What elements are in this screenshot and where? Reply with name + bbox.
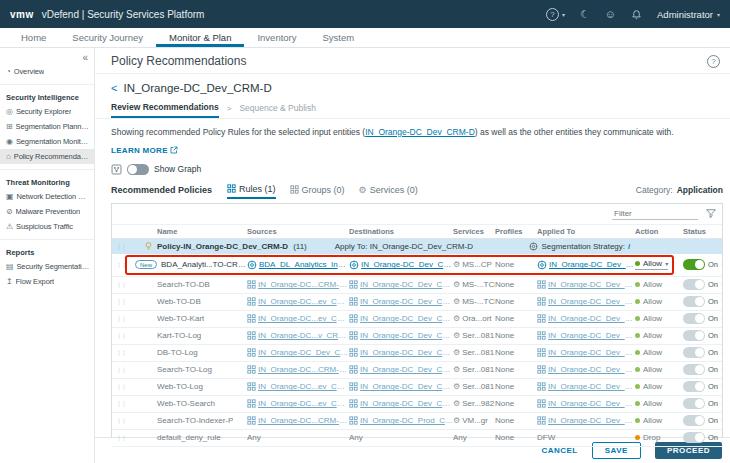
applied-to-link[interactable]: IN_Orange-DC_Dev_CRM-D [548,365,635,374]
source-link[interactable]: IN_Orange-DC...CRM-D_Search [258,416,349,425]
table-row[interactable]: ⋮⋮Kart-TO-LogIN_Orange-DC...v_CRM-D_Kart… [112,328,722,345]
row-settings-gear-icon[interactable]: ⚙ [721,348,722,357]
nav-item-home[interactable]: Home [8,28,59,47]
feedback-smiley-icon[interactable]: ☺ [605,9,616,20]
sidebar-item-security-explorer[interactable]: ◎Security Explorer [0,104,94,119]
user-menu[interactable]: Administrator ▾ [657,9,720,20]
step-sequence-publish[interactable]: Sequence & Publish [239,103,316,117]
status-toggle[interactable] [683,279,705,290]
destination-link[interactable]: IN_Orange-DC_Dev_CRM-D_DB [360,297,453,306]
drag-handle-icon[interactable]: ⋮⋮ [112,417,130,424]
drag-handle-icon[interactable]: ⋮⋮ [112,349,130,356]
drag-handle-icon[interactable]: ⋮⋮ [112,298,130,305]
row-settings-gear-icon[interactable]: ⚙ [721,433,722,442]
status-toggle[interactable] [683,432,705,443]
source-link[interactable]: IN_Orange-DC...CRM-D_Search [258,365,349,374]
applied-to-link[interactable]: IN_Orange-DC_Dev_CRM-D [548,280,635,289]
drag-handle-icon[interactable]: ⋮⋮ [112,366,130,373]
status-toggle[interactable] [683,313,705,324]
entity-link[interactable]: IN_Orange-DC_Dev_CRM-D [365,127,475,137]
drag-handle-icon[interactable]: ⋮⋮ [112,332,130,339]
tab-groups-0[interactable]: Groups (0) [290,184,345,199]
action-dropdown[interactable]: Allow▾ [635,259,668,270]
filter-input[interactable] [612,208,698,220]
destination-link[interactable]: IN_Orange-DC_Prod_CRM-P_Indexer [360,416,453,425]
status-toggle[interactable] [683,347,705,358]
drag-handle-icon[interactable]: ⋮⋮ [112,281,130,288]
destination-link[interactable]: IN_Orange-DC_Dev_CRM-D_Log [360,348,453,357]
source-link[interactable]: IN_Orange-DC...ev_CRM-D_Web [258,382,349,391]
applied-to-link[interactable]: IN_Orange-DC_Dev_CRM-D [548,348,635,357]
info-icon[interactable]: i [628,243,630,250]
sidebar-item-flow-export[interactable]: ↥Flow Export [0,274,94,289]
status-toggle[interactable] [683,259,705,270]
notifications-bell-icon[interactable] [631,9,642,20]
table-row[interactable]: ⋮⋮Search-TO-Indexer-PIN_Orange-DC...CRM-… [112,413,722,430]
nav-item-inventory[interactable]: Inventory [244,28,309,47]
table-row[interactable]: ⋮⋮Search-TO-LogIN_Orange-DC...CRM-D_Sear… [112,362,722,379]
applied-to-link[interactable]: IN_Orange-DC_Dev_CRM-D [548,382,635,391]
help-menu[interactable]: ? ▾ [546,8,565,21]
row-settings-gear-icon[interactable]: ⚙ [721,280,722,289]
applied-to-link[interactable]: IN_Orange-DC_Dev_CRM-D [548,399,635,408]
source-link[interactable]: BDA_DL_Analytics_Ingestion [259,260,349,269]
sidebar-item-segmentation-monitoring[interactable]: ◉Segmentation Monitoring [0,134,94,149]
destination-link[interactable]: IN_Orange-DC_Dev_CRM-D_DB [361,260,453,269]
destination-link[interactable]: IN_Orange-DC_Dev_CRM-D_Log [360,382,453,391]
destination-link[interactable]: IN_Orange-DC_Dev_CRM-D_Log [360,365,453,374]
applied-to-link[interactable]: IN_Orange-DC_Dev_CRM-D [548,331,635,340]
row-settings-gear-icon[interactable]: ⚙ [721,260,722,269]
source-link[interactable]: IN_Orange-DC...ev_CRM-D_Web [258,314,349,323]
status-toggle[interactable] [683,330,705,341]
learn-more-link[interactable]: LEARN MORE [111,146,178,155]
nav-item-system[interactable]: System [310,28,368,47]
table-row[interactable]: ⋮⋮Web-TO-DBIN_Orange-DC...ev_CRM-D_WebIN… [112,294,722,311]
sidebar-collapse-icon[interactable]: « [82,52,88,63]
page-help-icon[interactable]: ? [707,55,720,68]
step-review-recommendations[interactable]: Review Recommendations [111,102,219,118]
drag-handle-icon[interactable]: ⋮⋮ [112,400,130,407]
drag-handle-icon[interactable]: ⋮⋮ [112,383,130,390]
table-row[interactable]: ⋮⋮default_deny_ruleAnyAnyAnyNoneDFWDropO… [112,430,722,447]
sidebar-item-segmentation-planning[interactable]: ⊞Segmentation Planning [0,119,94,134]
table-row[interactable]: ⋮⋮DB-TO-LogIN_Orange-DC_Dev_CRM-D_DBIN_O… [112,345,722,362]
sidebar-item-overview[interactable]: ◔Overview [0,64,94,79]
category-value[interactable]: Application [677,185,723,195]
sidebar-item-network-detection-res[interactable]: ▣Network Detection & Res... [0,189,94,204]
source-link[interactable]: IN_Orange-DC_Dev_CRM-D_DB [258,348,349,357]
table-row[interactable]: ⋮⋮Web-TO-LogIN_Orange-DC...ev_CRM-D_WebI… [112,379,722,396]
source-link[interactable]: IN_Orange-DC...CRM-D_Search [258,280,349,289]
row-settings-gear-icon[interactable]: ⚙ [721,331,722,340]
source-link[interactable]: IN_Orange-DC...ev_CRM-D_Web [258,297,349,306]
filter-funnel-icon[interactable] [706,209,716,218]
show-graph-toggle[interactable] [127,164,149,175]
status-toggle[interactable] [683,296,705,307]
row-settings-gear-icon[interactable]: ⚙ [721,365,722,374]
applied-to-link[interactable]: IN_Orange-DC_Dev_CRM-D [548,416,635,425]
source-link[interactable]: IN_Orange-DC...v_CRM-D_Kart [258,331,349,340]
back-link[interactable]: < [111,82,117,94]
nav-item-monitor-plan[interactable]: Monitor & Plan [156,28,244,47]
policy-row[interactable]: ⋮⋮ Policy-IN_Orange-DC_Dev_CRM-D (11) Ap… [112,239,722,254]
sidebar-item-malware-prevention[interactable]: ⊘Malware Prevention [0,204,94,219]
row-settings-gear-icon[interactable]: ⚙ [721,297,722,306]
destination-link[interactable]: IN_Orange-DC_Dev_CRM-D_Kart [360,314,453,323]
status-toggle[interactable] [683,381,705,392]
destination-link[interactable]: IN_Orange-DC_Dev_CRM-D_Log [360,331,453,340]
drag-handle-icon[interactable]: ⋮⋮ [112,243,130,250]
table-row[interactable]: ⋮⋮Web-TO-SearchIN_Orange-DC...ev_CRM-D_W… [112,396,722,413]
table-row[interactable]: ⋮⋮Web-TO-KartIN_Orange-DC...ev_CRM-D_Web… [112,311,722,328]
sidebar-item-suspicious-traffic[interactable]: ⚠Suspicious Traffic [0,219,94,234]
table-row[interactable]: ⋮⋮Search-TO-DBIN_Orange-DC...CRM-D_Searc… [112,277,722,294]
status-toggle[interactable] [683,398,705,409]
destination-link[interactable]: IN_Orange-DC_Dev_CRM-D_Search [360,399,453,408]
tab-rules-1[interactable]: Rules (1) [227,184,276,199]
row-settings-gear-icon[interactable]: ⚙ [721,382,722,391]
drag-handle-icon[interactable]: ⋮⋮ [112,434,130,441]
row-settings-gear-icon[interactable]: ⚙ [721,399,722,408]
sidebar-item-security-segmentation-r[interactable]: ▤Security Segmentation R... [0,259,94,274]
tab-services-0[interactable]: ⚙Services (0) [359,184,418,199]
applied-to-link[interactable]: IN_Orange-DC_Dev_CRM-D [548,297,635,306]
applied-to-link[interactable]: IN_Orange-DC_Dev_CRM-D [548,314,635,323]
source-link[interactable]: IN_Orange-DC...ev_CRM-D_Web [258,399,349,408]
